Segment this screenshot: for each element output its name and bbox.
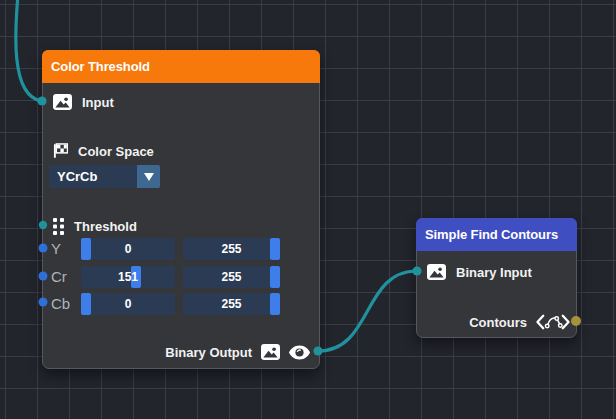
slider-value: 151 (118, 270, 138, 284)
contours-path-icon (535, 314, 571, 330)
color-space-row: Color Space (53, 140, 154, 162)
slider-cr-min[interactable]: 151 (81, 266, 175, 288)
slider-cb-min[interactable]: 0 (81, 293, 175, 315)
image-icon (53, 94, 72, 110)
color-space-dropdown[interactable]: YCrCb (49, 165, 160, 188)
channel-label: Cb (51, 293, 70, 315)
node-header-simple-find-contours[interactable]: Simple Find Contours (416, 218, 577, 251)
slider-y-max[interactable]: 255 (183, 238, 280, 260)
chevron-down-icon (143, 172, 155, 182)
slider-cb-max[interactable]: 255 (183, 293, 280, 315)
slider-handle[interactable] (81, 293, 91, 315)
node-editor-canvas[interactable]: Color Threshold Input (0, 0, 616, 419)
contours-label: Contours (469, 315, 527, 330)
threshold-row: Threshold (53, 215, 137, 237)
binary-input-row: Binary Input (427, 261, 532, 283)
slider-y-min[interactable]: 0 (81, 238, 175, 260)
slider-cr-max[interactable]: 255 (183, 266, 280, 288)
node-color-threshold[interactable]: Color Threshold Input (42, 50, 320, 369)
binary-input-label: Binary Input (456, 265, 532, 280)
node-header-color-threshold[interactable]: Color Threshold (42, 50, 320, 83)
slider-value: 0 (125, 242, 132, 256)
slider-handle[interactable] (270, 266, 280, 288)
eye-preview-icon[interactable] (289, 345, 310, 360)
channel-row-cb: Cb 0 255 (43, 293, 319, 315)
binary-output-label: Binary Output (165, 345, 252, 360)
image-icon (427, 264, 446, 280)
wire-output-to-binary-input[interactable] (318, 271, 417, 351)
channel-label: Y (51, 238, 61, 260)
grid-dots-icon (53, 218, 64, 235)
slider-handle[interactable] (270, 238, 280, 260)
channel-row-cr: Cr 151 255 (43, 266, 319, 288)
color-space-selected-value: YCrCb (49, 165, 137, 188)
dropdown-arrow-button[interactable] (137, 165, 160, 188)
channel-label: Cr (51, 266, 67, 288)
contours-row: Contours (417, 311, 571, 333)
slider-value: 0 (125, 297, 132, 311)
input-label: Input (82, 95, 114, 110)
slider-handle[interactable] (81, 238, 91, 260)
wire-into-input[interactable] (16, 0, 41, 101)
color-space-label: Color Space (78, 144, 154, 159)
node-title: Simple Find Contours (425, 227, 558, 242)
slider-handle[interactable] (270, 293, 280, 315)
slider-value: 255 (221, 270, 241, 284)
slider-value: 255 (221, 242, 241, 256)
binary-output-row: Binary Output (43, 341, 310, 363)
threshold-label: Threshold (74, 219, 137, 234)
image-icon (261, 344, 280, 360)
checkered-flag-icon (53, 143, 68, 159)
node-title: Color Threshold (51, 59, 150, 74)
channel-row-y: Y 0 255 (43, 238, 319, 260)
slider-value: 255 (221, 297, 241, 311)
node-simple-find-contours[interactable]: Simple Find Contours Binary Input Contou… (416, 218, 577, 338)
input-row: Input (53, 91, 114, 113)
